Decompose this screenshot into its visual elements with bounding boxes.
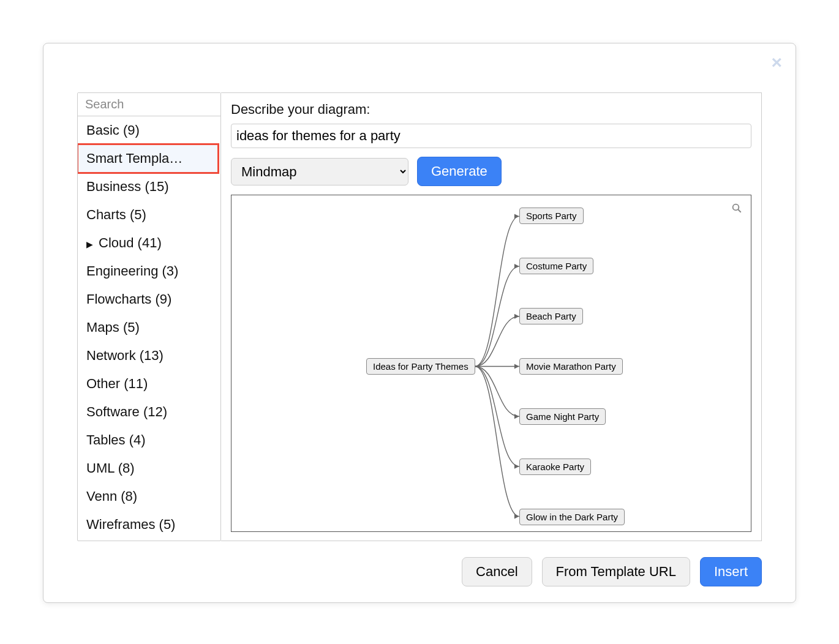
category-label: Tables (4): [86, 432, 146, 447]
category-item[interactable]: Maps (5): [78, 313, 218, 342]
category-label: Engineering (3): [86, 263, 178, 279]
category-label: Venn (8): [86, 489, 137, 504]
category-item[interactable]: Other (11): [78, 370, 218, 398]
describe-label: Describe your diagram:: [231, 102, 751, 118]
mindmap-child-node[interactable]: Game Night Party: [519, 408, 606, 425]
category-item[interactable]: ▶Cloud (41): [78, 229, 218, 257]
svg-point-2: [733, 204, 739, 211]
mindmap-child-node[interactable]: Costume Party: [519, 258, 593, 274]
category-item[interactable]: UML (8): [78, 454, 218, 482]
insert-button[interactable]: Insert: [700, 557, 762, 586]
diagram-type-select[interactable]: Mindmap: [231, 158, 408, 185]
category-label: Network (13): [86, 348, 164, 363]
category-label: Cloud (41): [99, 235, 162, 250]
category-label: Wireframes (5): [86, 517, 175, 532]
category-item[interactable]: Charts (5): [78, 201, 218, 229]
main-panel: Describe your diagram: Mindmap Generate …: [221, 92, 762, 541]
category-item[interactable]: Wireframes (5): [78, 511, 218, 539]
search-row: [78, 93, 220, 116]
mindmap-child-node[interactable]: Sports Party: [519, 208, 584, 224]
category-sidebar: Basic (9)Smart Templa…Business (15)Chart…: [77, 92, 221, 541]
mindmap-root-node[interactable]: Ideas for Party Themes: [366, 358, 475, 375]
generate-button[interactable]: Generate: [417, 157, 502, 186]
svg-line-3: [738, 209, 741, 212]
cancel-button[interactable]: Cancel: [462, 557, 532, 586]
zoom-icon[interactable]: [731, 203, 742, 214]
category-item[interactable]: Engineering (3): [78, 257, 218, 285]
category-item[interactable]: Smart Templa…: [78, 144, 218, 173]
category-item[interactable]: Venn (8): [78, 482, 218, 511]
category-label: Smart Templa…: [86, 151, 182, 166]
category-label: Other (11): [86, 376, 148, 391]
mindmap-child-node[interactable]: Glow in the Dark Party: [519, 509, 625, 525]
search-input[interactable]: [84, 97, 221, 112]
mindmap-child-node[interactable]: Karaoke Party: [519, 459, 591, 475]
category-item[interactable]: Tables (4): [78, 426, 218, 454]
category-label: UML (8): [86, 460, 135, 476]
category-item[interactable]: Network (13): [78, 342, 218, 370]
category-label: Software (12): [86, 404, 167, 419]
mindmap-child-node[interactable]: Beach Party: [519, 308, 583, 324]
diagram-preview[interactable]: Ideas for Party ThemesSports PartyCostum…: [231, 195, 751, 532]
expand-arrow-icon[interactable]: ▶: [86, 239, 95, 249]
category-label: Maps (5): [86, 320, 140, 335]
category-label: Charts (5): [86, 207, 146, 222]
dialog-footer: Cancel From Template URL Insert: [462, 557, 762, 586]
close-icon[interactable]: ×: [771, 53, 782, 72]
template-dialog: × Basic (9)Smart Templa…Business (15)Cha…: [43, 43, 796, 603]
mindmap-connectors: [231, 195, 751, 531]
category-list[interactable]: Basic (9)Smart Templa…Business (15)Chart…: [78, 116, 220, 541]
category-item[interactable]: Business (15): [78, 173, 218, 201]
mindmap-child-node[interactable]: Movie Marathon Party: [519, 358, 623, 375]
dialog-body: Basic (9)Smart Templa…Business (15)Chart…: [77, 92, 762, 541]
category-item[interactable]: Basic (9): [78, 116, 218, 144]
category-item[interactable]: Flowcharts (9): [78, 285, 218, 313]
description-input[interactable]: [231, 124, 751, 148]
category-label: Flowcharts (9): [86, 291, 171, 307]
from-template-url-button[interactable]: From Template URL: [542, 557, 690, 586]
controls-row: Mindmap Generate: [231, 157, 751, 186]
category-item[interactable]: Software (12): [78, 398, 218, 426]
category-label: Basic (9): [86, 122, 140, 138]
category-label: Business (15): [86, 179, 169, 194]
